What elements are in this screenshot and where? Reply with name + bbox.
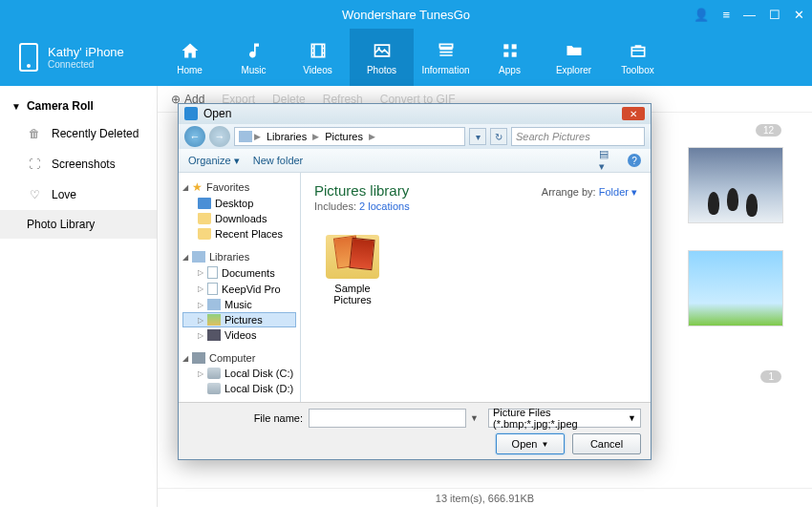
minimize-icon[interactable]: — xyxy=(743,8,756,22)
help-icon[interactable]: ? xyxy=(628,154,641,167)
arrange-value[interactable]: Folder ▾ xyxy=(599,186,637,198)
dialog-close-button[interactable]: ✕ xyxy=(622,107,645,120)
photo-thumbnail[interactable] xyxy=(688,250,783,326)
folder-label: Sample Pictures xyxy=(314,283,391,305)
dialog-nav: ← → ▶ Libraries ▶ Pictures ▶ ▾ ↻ Search … xyxy=(179,124,651,150)
file-name-input[interactable] xyxy=(309,409,466,428)
pictures-icon xyxy=(207,314,221,326)
sidebar-item-screenshots[interactable]: ⛶ Screenshots xyxy=(0,149,157,179)
sidebar-item-label: Love xyxy=(52,188,76,201)
header: Kathy' iPhone Connected Home Music Video… xyxy=(0,29,812,86)
folder-icon xyxy=(198,213,211,224)
svg-rect-3 xyxy=(503,52,508,56)
forward-button[interactable]: → xyxy=(209,126,230,147)
nav-videos[interactable]: Videos xyxy=(286,29,350,86)
screenshot-icon: ⛶ xyxy=(27,157,42,172)
tree-item-keepvid[interactable]: ▷KeepVid Pro xyxy=(182,281,296,297)
open-button[interactable]: Open▼ xyxy=(496,433,565,454)
menu-icon[interactable]: ≡ xyxy=(722,8,730,22)
count-badge: 12 xyxy=(756,124,781,137)
library-subtitle: Includes: 2 locations xyxy=(314,200,637,212)
close-icon[interactable]: ✕ xyxy=(794,8,804,22)
photo-thumbnail[interactable] xyxy=(688,147,783,223)
tree-item-recent[interactable]: Recent Places xyxy=(182,226,296,242)
nav-explorer-label: Explorer xyxy=(556,65,591,75)
file-name-dropdown[interactable]: ▼ xyxy=(466,413,482,423)
tree-group-libraries[interactable]: ◢Libraries xyxy=(182,249,296,264)
documents-icon xyxy=(207,283,218,295)
maximize-icon[interactable]: ☐ xyxy=(769,8,780,22)
dialog-app-icon xyxy=(184,107,198,120)
file-type-filter[interactable]: Picture Files (*.bmp;*.jpg;*.jpeg▼ xyxy=(488,409,641,428)
dialog-title: Open xyxy=(203,107,231,120)
main-nav: Home Music Videos Photos Information App… xyxy=(158,29,812,86)
drive-icon xyxy=(207,383,221,394)
search-placeholder: Search Pictures xyxy=(516,131,590,142)
back-button[interactable]: ← xyxy=(184,126,205,147)
nav-apps[interactable]: Apps xyxy=(478,29,542,86)
videos-icon xyxy=(207,329,221,341)
sidebar-item-label: Recently Deleted xyxy=(52,127,139,140)
sidebar-item-recently-deleted[interactable]: 🗑 Recently Deleted xyxy=(0,118,157,149)
breadcrumb[interactable]: ▶ Libraries ▶ Pictures ▶ xyxy=(234,127,465,146)
user-icon[interactable]: 👤 xyxy=(694,8,709,22)
tree-item-downloads[interactable]: Downloads xyxy=(182,211,296,226)
nav-home[interactable]: Home xyxy=(158,29,222,86)
nav-apps-label: Apps xyxy=(499,65,521,75)
nav-toolbox-label: Toolbox xyxy=(621,65,653,75)
locations-link[interactable]: 2 locations xyxy=(359,200,410,212)
status-bar: 13 item(s), 666.91KB xyxy=(158,488,812,507)
nav-information[interactable]: Information xyxy=(414,29,478,86)
phone-icon xyxy=(19,43,38,72)
tree-item-disk-d[interactable]: Local Disk (D:) xyxy=(182,381,296,396)
search-input[interactable]: Search Pictures xyxy=(511,127,645,146)
music-icon xyxy=(244,40,265,61)
sidebar-header-camera-roll[interactable]: ▼ Camera Roll xyxy=(0,94,157,118)
nav-photos[interactable]: Photos xyxy=(350,29,414,86)
home-icon xyxy=(180,40,201,61)
desktop-icon xyxy=(198,198,211,209)
sidebar: ▼ Camera Roll 🗑 Recently Deleted ⛶ Scree… xyxy=(0,86,158,507)
nav-explorer[interactable]: Explorer xyxy=(542,29,606,86)
folder-tree: ◢★Favorites Desktop Downloads Recent Pla… xyxy=(179,173,301,402)
music-icon xyxy=(207,299,221,310)
breadcrumb-segment[interactable]: Pictures xyxy=(321,131,367,142)
video-icon xyxy=(308,40,329,61)
tree-item-videos[interactable]: ▷Videos xyxy=(182,327,296,343)
breadcrumb-segment[interactable]: Libraries xyxy=(263,131,310,142)
tree-item-documents[interactable]: ▷Documents xyxy=(182,264,296,281)
nav-toolbox[interactable]: Toolbox xyxy=(606,29,670,86)
tree-item-desktop[interactable]: Desktop xyxy=(182,196,296,211)
device-info[interactable]: Kathy' iPhone Connected xyxy=(0,43,158,72)
arrange-by[interactable]: Arrange by: Folder ▾ xyxy=(542,186,637,199)
nav-music[interactable]: Music xyxy=(222,29,286,86)
folder-icon xyxy=(564,40,585,61)
cancel-button[interactable]: Cancel xyxy=(572,433,641,454)
trash-icon: 🗑 xyxy=(27,126,42,141)
folder-sample-pictures[interactable]: Sample Pictures xyxy=(314,235,391,305)
view-options-button[interactable]: ▤ ▾ xyxy=(599,153,614,168)
tree-item-disk-c[interactable]: ▷Local Disk (C:) xyxy=(182,366,296,381)
device-name: Kathy' iPhone xyxy=(48,45,124,59)
nav-videos-label: Videos xyxy=(303,65,331,75)
sidebar-item-love[interactable]: ♡ Love xyxy=(0,179,157,210)
refresh-button[interactable]: ↻ xyxy=(490,128,507,145)
dialog-toolbar: Organize ▾ New folder ▤ ▾ ? xyxy=(179,149,651,173)
app-title: Wondershare TunesGo xyxy=(342,8,470,22)
folder-icon xyxy=(198,228,211,240)
file-name-label: File name: xyxy=(188,412,303,424)
star-icon: ★ xyxy=(192,180,203,194)
nav-information-label: Information xyxy=(421,65,469,75)
sidebar-item-photo-library[interactable]: Photo Library xyxy=(0,210,157,239)
separator-icon: ▶ xyxy=(369,132,375,141)
separator-icon: ▶ xyxy=(254,132,261,141)
tree-group-computer[interactable]: ◢Computer xyxy=(182,350,296,366)
tree-item-pictures[interactable]: ▷Pictures xyxy=(182,312,296,327)
new-folder-button[interactable]: New folder xyxy=(253,155,304,166)
organize-button[interactable]: Organize ▾ xyxy=(188,155,240,167)
photo-icon xyxy=(372,40,393,61)
tree-item-music[interactable]: ▷Music xyxy=(182,297,296,312)
tree-group-favorites[interactable]: ◢★Favorites xyxy=(182,179,296,196)
dropdown-history-button[interactable]: ▾ xyxy=(469,128,486,145)
heart-icon: ♡ xyxy=(27,187,42,202)
